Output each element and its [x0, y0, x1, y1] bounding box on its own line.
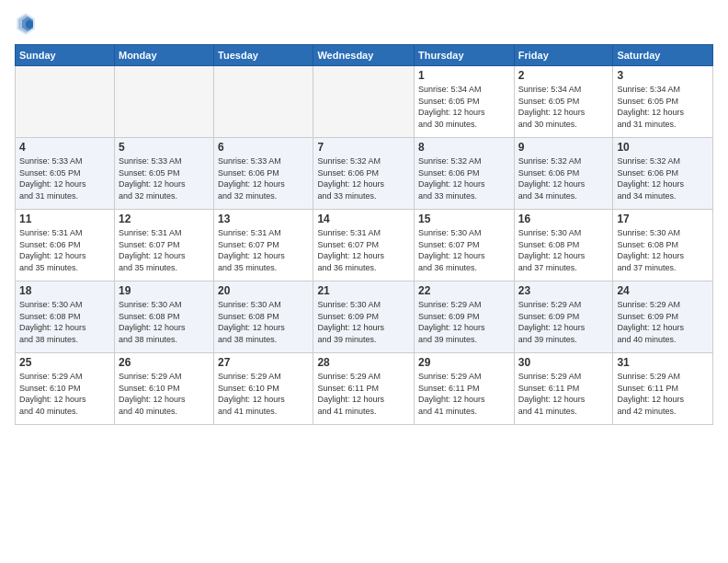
- day-info: Sunrise: 5:32 AM Sunset: 6:06 PM Dayligh…: [418, 155, 510, 201]
- calendar-header-saturday: Saturday: [613, 45, 713, 66]
- calendar-cell: [313, 66, 415, 138]
- day-info: Sunrise: 5:32 AM Sunset: 6:06 PM Dayligh…: [518, 155, 609, 201]
- calendar-header-tuesday: Tuesday: [214, 45, 313, 66]
- calendar-cell: 12Sunrise: 5:31 AM Sunset: 6:07 PM Dayli…: [114, 210, 213, 282]
- calendar-cell: 1Sunrise: 5:34 AM Sunset: 6:05 PM Daylig…: [415, 66, 515, 138]
- day-number: 30: [518, 356, 609, 369]
- calendar-cell: 15Sunrise: 5:30 AM Sunset: 6:07 PM Dayli…: [415, 210, 515, 282]
- calendar-cell: 2Sunrise: 5:34 AM Sunset: 6:05 PM Daylig…: [514, 66, 613, 138]
- day-info: Sunrise: 5:30 AM Sunset: 6:08 PM Dayligh…: [617, 227, 709, 273]
- day-info: Sunrise: 5:29 AM Sunset: 6:11 PM Dayligh…: [617, 371, 709, 417]
- day-number: 25: [19, 356, 110, 369]
- day-info: Sunrise: 5:29 AM Sunset: 6:11 PM Dayligh…: [418, 371, 510, 417]
- day-info: Sunrise: 5:29 AM Sunset: 6:09 PM Dayligh…: [418, 299, 510, 345]
- calendar-cell: 28Sunrise: 5:29 AM Sunset: 6:11 PM Dayli…: [313, 353, 415, 425]
- day-info: Sunrise: 5:29 AM Sunset: 6:10 PM Dayligh…: [119, 371, 210, 417]
- day-info: Sunrise: 5:29 AM Sunset: 6:11 PM Dayligh…: [317, 371, 410, 417]
- calendar-cell: 18Sunrise: 5:30 AM Sunset: 6:08 PM Dayli…: [16, 282, 115, 353]
- calendar-cell: 22Sunrise: 5:29 AM Sunset: 6:09 PM Dayli…: [415, 282, 515, 353]
- calendar-week-row: 11Sunrise: 5:31 AM Sunset: 6:06 PM Dayli…: [16, 210, 713, 282]
- calendar-cell: [16, 66, 115, 138]
- day-info: Sunrise: 5:34 AM Sunset: 6:05 PM Dayligh…: [418, 84, 510, 130]
- calendar-cell: 3Sunrise: 5:34 AM Sunset: 6:05 PM Daylig…: [613, 66, 713, 138]
- calendar-header-friday: Friday: [514, 45, 613, 66]
- calendar-header-monday: Monday: [114, 45, 213, 66]
- calendar-cell: 31Sunrise: 5:29 AM Sunset: 6:11 PM Dayli…: [613, 353, 713, 425]
- day-info: Sunrise: 5:32 AM Sunset: 6:06 PM Dayligh…: [617, 155, 709, 201]
- calendar-cell: 24Sunrise: 5:29 AM Sunset: 6:09 PM Dayli…: [613, 282, 713, 353]
- calendar-cell: [114, 66, 213, 138]
- day-number: 28: [317, 356, 410, 369]
- day-number: 10: [617, 141, 709, 154]
- day-info: Sunrise: 5:32 AM Sunset: 6:06 PM Dayligh…: [317, 155, 410, 201]
- day-info: Sunrise: 5:33 AM Sunset: 6:05 PM Dayligh…: [119, 155, 210, 201]
- day-info: Sunrise: 5:31 AM Sunset: 6:07 PM Dayligh…: [218, 227, 309, 273]
- day-number: 3: [617, 69, 709, 82]
- day-number: 13: [218, 213, 309, 225]
- calendar-week-row: 18Sunrise: 5:30 AM Sunset: 6:08 PM Dayli…: [16, 282, 713, 353]
- day-info: Sunrise: 5:30 AM Sunset: 6:07 PM Dayligh…: [418, 227, 510, 273]
- calendar-week-row: 4Sunrise: 5:33 AM Sunset: 6:05 PM Daylig…: [16, 138, 713, 210]
- day-number: 17: [617, 213, 709, 225]
- day-number: 1: [418, 69, 510, 82]
- day-number: 16: [518, 213, 609, 225]
- day-info: Sunrise: 5:29 AM Sunset: 6:10 PM Dayligh…: [218, 371, 309, 417]
- day-number: 31: [617, 356, 709, 369]
- calendar-header-wednesday: Wednesday: [313, 45, 415, 66]
- day-number: 19: [119, 284, 210, 297]
- calendar-header-thursday: Thursday: [415, 45, 515, 66]
- day-info: Sunrise: 5:30 AM Sunset: 6:08 PM Dayligh…: [218, 299, 309, 345]
- calendar-cell: 13Sunrise: 5:31 AM Sunset: 6:07 PM Dayli…: [214, 210, 313, 282]
- day-number: 20: [218, 284, 309, 297]
- calendar-cell: 16Sunrise: 5:30 AM Sunset: 6:08 PM Dayli…: [514, 210, 613, 282]
- calendar-header-row: SundayMondayTuesdayWednesdayThursdayFrid…: [16, 45, 713, 66]
- day-number: 2: [518, 69, 609, 82]
- calendar-cell: [214, 66, 313, 138]
- day-number: 12: [119, 213, 210, 225]
- calendar-week-row: 1Sunrise: 5:34 AM Sunset: 6:05 PM Daylig…: [16, 66, 713, 138]
- day-info: Sunrise: 5:34 AM Sunset: 6:05 PM Dayligh…: [617, 84, 709, 130]
- day-info: Sunrise: 5:33 AM Sunset: 6:05 PM Dayligh…: [19, 155, 110, 201]
- day-info: Sunrise: 5:31 AM Sunset: 6:06 PM Dayligh…: [19, 227, 110, 273]
- calendar-cell: 20Sunrise: 5:30 AM Sunset: 6:08 PM Dayli…: [214, 282, 313, 353]
- calendar-cell: 10Sunrise: 5:32 AM Sunset: 6:06 PM Dayli…: [613, 138, 713, 210]
- day-info: Sunrise: 5:30 AM Sunset: 6:09 PM Dayligh…: [317, 299, 410, 345]
- day-number: 27: [218, 356, 309, 369]
- day-number: 5: [119, 141, 210, 154]
- day-number: 7: [317, 141, 410, 154]
- calendar-cell: 17Sunrise: 5:30 AM Sunset: 6:08 PM Dayli…: [613, 210, 713, 282]
- day-info: Sunrise: 5:29 AM Sunset: 6:09 PM Dayligh…: [617, 299, 709, 345]
- calendar-cell: 21Sunrise: 5:30 AM Sunset: 6:09 PM Dayli…: [313, 282, 415, 353]
- day-number: 24: [617, 284, 709, 297]
- calendar-cell: 5Sunrise: 5:33 AM Sunset: 6:05 PM Daylig…: [114, 138, 213, 210]
- day-number: 22: [418, 284, 510, 297]
- calendar-cell: 14Sunrise: 5:31 AM Sunset: 6:07 PM Dayli…: [313, 210, 415, 282]
- day-info: Sunrise: 5:30 AM Sunset: 6:08 PM Dayligh…: [119, 299, 210, 345]
- calendar-cell: 4Sunrise: 5:33 AM Sunset: 6:05 PM Daylig…: [16, 138, 115, 210]
- day-number: 21: [317, 284, 410, 297]
- calendar-cell: 23Sunrise: 5:29 AM Sunset: 6:09 PM Dayli…: [514, 282, 613, 353]
- day-number: 9: [518, 141, 609, 154]
- calendar-header-sunday: Sunday: [16, 45, 115, 66]
- day-number: 18: [19, 284, 110, 297]
- calendar-cell: 19Sunrise: 5:30 AM Sunset: 6:08 PM Dayli…: [114, 282, 213, 353]
- day-number: 15: [418, 213, 510, 225]
- logo-icon: [15, 11, 37, 37]
- calendar-cell: 27Sunrise: 5:29 AM Sunset: 6:10 PM Dayli…: [214, 353, 313, 425]
- calendar-cell: 8Sunrise: 5:32 AM Sunset: 6:06 PM Daylig…: [415, 138, 515, 210]
- calendar-cell: 26Sunrise: 5:29 AM Sunset: 6:10 PM Dayli…: [114, 353, 213, 425]
- calendar-week-row: 25Sunrise: 5:29 AM Sunset: 6:10 PM Dayli…: [16, 353, 713, 425]
- logo: [15, 11, 40, 37]
- calendar-cell: 9Sunrise: 5:32 AM Sunset: 6:06 PM Daylig…: [514, 138, 613, 210]
- calendar-cell: 29Sunrise: 5:29 AM Sunset: 6:11 PM Dayli…: [415, 353, 515, 425]
- day-number: 4: [19, 141, 110, 154]
- calendar-cell: 7Sunrise: 5:32 AM Sunset: 6:06 PM Daylig…: [313, 138, 415, 210]
- day-number: 26: [119, 356, 210, 369]
- day-info: Sunrise: 5:30 AM Sunset: 6:08 PM Dayligh…: [518, 227, 609, 273]
- day-info: Sunrise: 5:34 AM Sunset: 6:05 PM Dayligh…: [518, 84, 609, 130]
- page: SundayMondayTuesdayWednesdayThursdayFrid…: [0, 0, 728, 563]
- calendar-cell: 11Sunrise: 5:31 AM Sunset: 6:06 PM Dayli…: [16, 210, 115, 282]
- day-number: 23: [518, 284, 609, 297]
- calendar-cell: 30Sunrise: 5:29 AM Sunset: 6:11 PM Dayli…: [514, 353, 613, 425]
- day-info: Sunrise: 5:31 AM Sunset: 6:07 PM Dayligh…: [119, 227, 210, 273]
